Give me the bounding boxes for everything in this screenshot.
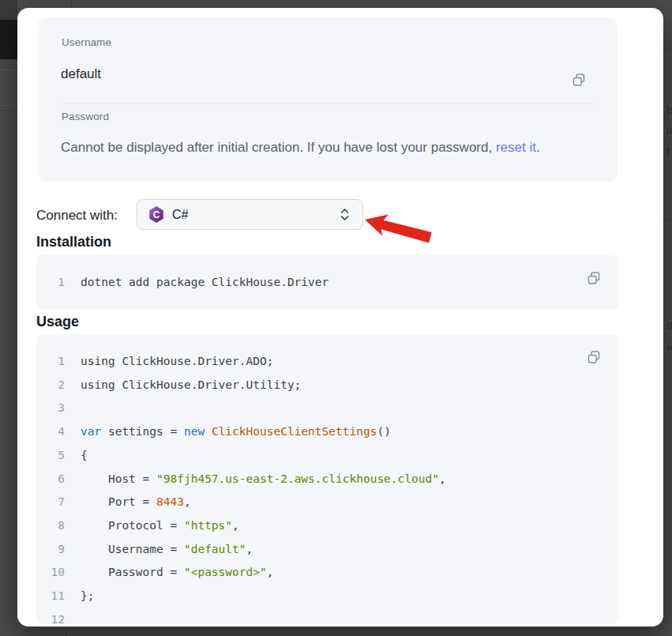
code-line: 1dotnet add package ClickHouse.Driver bbox=[36, 273, 618, 291]
username-value: default bbox=[61, 66, 101, 82]
line-number: 4 bbox=[36, 420, 81, 444]
code-line: 12 bbox=[36, 608, 618, 624]
usage-heading: Usage bbox=[36, 314, 79, 330]
line-number: 9 bbox=[36, 538, 81, 562]
line-number: 1 bbox=[36, 350, 81, 374]
line-number: 2 bbox=[36, 374, 81, 397]
usage-code-block: 1using ClickHouse.Driver.ADO;2using Clic… bbox=[36, 334, 618, 624]
backdrop-divider bbox=[66, 627, 66, 636]
code-text: using ClickHouse.Driver.ADO; bbox=[81, 350, 273, 374]
code-line: 3 bbox=[36, 397, 618, 420]
code-line: 2using ClickHouse.Driver.Utility; bbox=[36, 374, 618, 397]
divider bbox=[62, 103, 595, 104]
connection-details-modal: Username default Password Cannot be disp… bbox=[17, 8, 663, 627]
code-text: { bbox=[81, 444, 88, 468]
code-line: 6 Host = "98fjh457.us-east-2.aws.clickho… bbox=[36, 468, 618, 491]
copy-username-button[interactable] bbox=[569, 70, 589, 90]
backdrop-divider bbox=[0, 105, 17, 106]
copy-installation-code-button[interactable] bbox=[584, 268, 604, 288]
code-text: using ClickHouse.Driver.Utility; bbox=[81, 374, 301, 397]
password-label: Password bbox=[62, 111, 109, 122]
line-number: 11 bbox=[36, 585, 81, 608]
copy-usage-code-button[interactable] bbox=[584, 347, 604, 367]
password-help-text: Cannot be displayed after initial creati… bbox=[61, 140, 594, 156]
password-help-after: . bbox=[536, 140, 540, 155]
code-line: 1using ClickHouse.Driver.ADO; bbox=[36, 350, 618, 374]
copy-icon bbox=[570, 71, 588, 88]
code-text: var settings = new ClickHouseClientSetti… bbox=[81, 420, 391, 444]
backdrop-text: t bbox=[666, 144, 670, 157]
code-line: 8 Protocol = "https", bbox=[36, 514, 618, 538]
backdrop-dark-block bbox=[0, 20, 17, 59]
backdrop-divider bbox=[71, 0, 72, 8]
credentials-panel: Username default Password Cannot be disp… bbox=[38, 17, 618, 182]
line-number: 10 bbox=[36, 561, 81, 585]
copy-icon bbox=[585, 348, 603, 366]
username-label: Username bbox=[62, 36, 111, 48]
code-text: }; bbox=[81, 585, 94, 608]
code-line: 4var settings = new ClickHouseClientSett… bbox=[36, 420, 618, 444]
code-text: Username = "default", bbox=[81, 538, 253, 562]
backdrop-text: ia bbox=[666, 123, 672, 137]
code-line: 5{ bbox=[36, 444, 618, 468]
installation-heading: Installation bbox=[36, 234, 111, 250]
backdrop-text: d bbox=[666, 319, 672, 331]
backdrop-text-slivers: ts ia t d e bbox=[666, 0, 672, 636]
backdrop-text: e bbox=[666, 341, 672, 353]
backdrop-divider bbox=[0, 70, 17, 70]
copy-icon bbox=[585, 269, 603, 287]
language-select-dropdown[interactable]: C C# bbox=[137, 199, 363, 230]
code-line: 11}; bbox=[36, 585, 618, 608]
line-number: 1 bbox=[36, 273, 81, 291]
connect-with-label: Connect with: bbox=[36, 208, 118, 224]
password-help-before: Cannot be displayed after initial creati… bbox=[61, 140, 496, 155]
code-text: Protocol = "https", bbox=[81, 514, 239, 538]
code-line: 9 Username = "default", bbox=[36, 538, 618, 562]
selected-language-label: C# bbox=[172, 208, 332, 222]
code-line: 7 Port = 8443, bbox=[36, 491, 618, 514]
installation-code-block: 1dotnet add package ClickHouse.Driver bbox=[36, 255, 618, 310]
dimmed-page-backdrop: ts ia t d e Username default Password Ca… bbox=[0, 0, 672, 636]
line-number: 5 bbox=[36, 444, 81, 468]
csharp-logo-icon: C bbox=[148, 206, 164, 223]
code-text: Host = "98fjh457.us-east-2.aws.clickhous… bbox=[81, 468, 446, 491]
line-number: 6 bbox=[36, 468, 81, 491]
backdrop-block bbox=[0, 0, 17, 20]
code-text: dotnet add package ClickHouse.Driver bbox=[81, 273, 328, 291]
code-line: 10 Password = "<password>", bbox=[36, 561, 618, 585]
line-number: 7 bbox=[36, 491, 81, 514]
line-number: 3 bbox=[36, 397, 81, 420]
updown-chevron-icon bbox=[340, 207, 350, 222]
line-number: 12 bbox=[36, 608, 81, 624]
backdrop-text: ts bbox=[666, 103, 672, 116]
reset-password-link[interactable]: reset it bbox=[496, 140, 536, 155]
code-text: Port = 8443, bbox=[81, 491, 191, 514]
code-text: Password = "<password>", bbox=[81, 561, 273, 585]
red-annotation-arrow bbox=[355, 204, 442, 250]
line-number: 8 bbox=[36, 514, 81, 538]
